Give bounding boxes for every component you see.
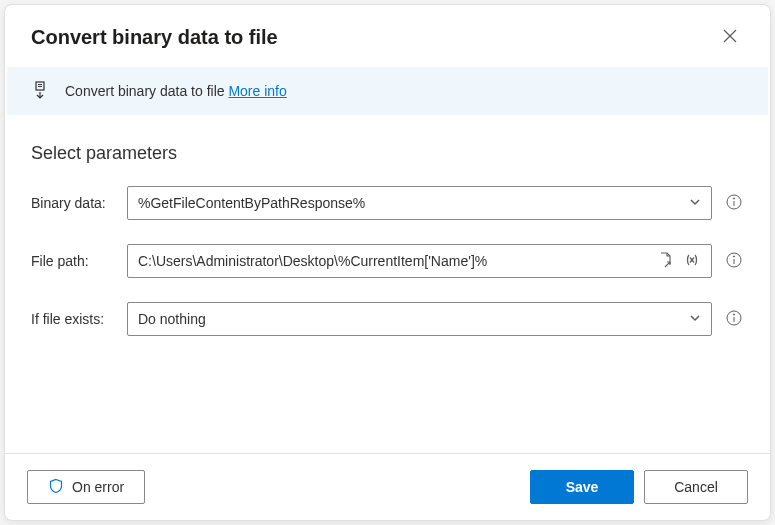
binary-data-dropdown[interactable]: %GetFileContentByPathResponse%	[127, 186, 712, 220]
save-label: Save	[566, 479, 599, 495]
if-file-exists-label: If file exists:	[31, 311, 115, 327]
svg-point-16	[733, 313, 734, 314]
binary-data-label: Binary data:	[31, 195, 115, 211]
shield-icon	[48, 478, 64, 497]
more-info-link[interactable]: More info	[228, 83, 286, 99]
cancel-button[interactable]: Cancel	[644, 470, 748, 504]
dialog-header: Convert binary data to file	[5, 5, 770, 63]
dialog: Convert binary data to file Convert bina…	[4, 4, 771, 521]
dialog-title: Convert binary data to file	[31, 26, 278, 49]
footer-right: Save Cancel	[530, 470, 748, 504]
dialog-body: Select parameters Binary data: %GetFileC…	[5, 115, 770, 453]
info-banner-description: Convert binary data to file	[65, 83, 225, 99]
field-file-path: File path: C:\Users\Administrator\Deskto…	[31, 244, 744, 278]
svg-point-13	[733, 255, 734, 256]
on-error-button[interactable]: On error	[27, 470, 145, 504]
field-if-file-exists: If file exists: Do nothing	[31, 302, 744, 336]
file-arrow-icon	[657, 251, 675, 272]
binary-data-info-button[interactable]	[724, 193, 744, 213]
file-path-input[interactable]: C:\Users\Administrator\Desktop\%CurrentI…	[127, 244, 712, 278]
if-file-exists-chevron[interactable]	[685, 308, 705, 331]
info-banner: Convert binary data to file More info	[7, 67, 768, 115]
file-path-label: File path:	[31, 253, 115, 269]
convert-file-icon	[33, 81, 51, 101]
info-banner-text: Convert binary data to file More info	[65, 83, 287, 99]
close-icon	[723, 29, 737, 46]
on-error-label: On error	[72, 479, 124, 495]
file-path-info-button[interactable]	[724, 251, 744, 271]
file-path-variable-button[interactable]	[679, 247, 705, 276]
if-file-exists-info-button[interactable]	[724, 309, 744, 329]
save-button[interactable]: Save	[530, 470, 634, 504]
svg-point-8	[733, 197, 734, 198]
close-button[interactable]	[716, 23, 744, 51]
chevron-down-icon	[689, 312, 701, 327]
field-binary-data: Binary data: %GetFileContentByPathRespon…	[31, 186, 744, 220]
info-icon	[726, 310, 742, 329]
if-file-exists-value: Do nothing	[138, 311, 685, 327]
chevron-down-icon	[689, 196, 701, 211]
info-icon	[726, 252, 742, 271]
cancel-label: Cancel	[674, 479, 718, 495]
binary-data-chevron[interactable]	[685, 192, 705, 215]
if-file-exists-dropdown[interactable]: Do nothing	[127, 302, 712, 336]
variable-icon	[683, 251, 701, 272]
file-path-browse-button[interactable]	[653, 247, 679, 276]
info-icon	[726, 194, 742, 213]
binary-data-value: %GetFileContentByPathResponse%	[138, 195, 685, 211]
dialog-footer: On error Save Cancel	[5, 453, 770, 520]
file-path-value: C:\Users\Administrator\Desktop\%CurrentI…	[138, 253, 653, 269]
section-title: Select parameters	[31, 143, 744, 164]
